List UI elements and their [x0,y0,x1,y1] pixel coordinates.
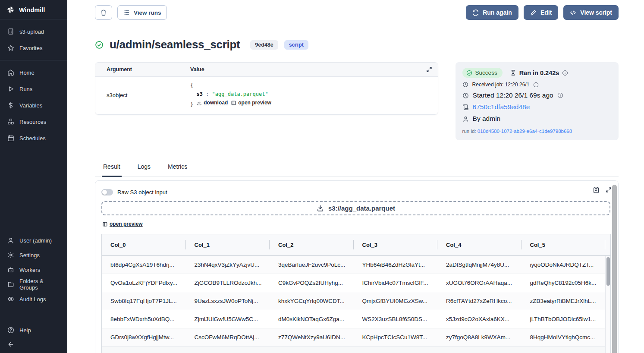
raw-s3-toggle-label: Raw S3 object input [117,189,167,195]
column-header[interactable]: Col_1 [186,242,270,248]
tab-result[interactable]: Result [102,163,122,177]
success-check-icon [95,41,104,49]
sidebar-item-label: Home [19,69,35,76]
collapse-sidebar-icon[interactable] [7,341,14,348]
sidebar-item-audit-logs[interactable]: Audit Logs [0,292,67,306]
table-cell: QmjxGfBYUI0MGzXSw... [354,298,438,304]
sidebar-item-user[interactable]: User (admin) [0,233,67,248]
sidebar-item-resources[interactable]: Resources [0,113,67,130]
run-id-link[interactable]: 018d4580-1072-ab29-e6a4-c1de9798b668 [478,129,572,134]
table-cell: xUGOt76ORGrAAHaqa... [437,280,521,286]
version-badge: 9ed48e [250,40,278,50]
windmill-logo-icon [6,6,15,14]
column-header[interactable]: Col_3 [354,242,438,248]
sidebar-item-workers[interactable]: Workers [0,262,67,277]
raw-s3-toggle[interactable] [101,189,113,195]
list-icon [123,9,130,16]
table-cell: YHb64iB46ZdHzGlaYt... [354,262,438,268]
table-cell: 8ebbFxWDxrh5uXdBQ... [102,316,186,322]
job-hash-link[interactable]: 6750c1dfa59ed48e [473,103,530,111]
sidebar-item-label: s3-upload [19,28,44,35]
table-cell: ZjGCOB9TLLROdzoJkh... [186,280,270,286]
author-text: By admin [473,115,501,123]
sidebar-item-label: Variables [19,102,42,109]
download-icon [317,205,324,212]
clipboard-copy-icon[interactable] [593,186,600,193]
tab-metrics[interactable]: Metrics [166,163,188,177]
open-preview-link[interactable]: open preview [102,221,143,227]
panel-scrollbar-thumb[interactable] [612,185,617,353]
table-cell: GDrs0j8wXXgfHgjjMtw... [102,334,186,340]
panel-scrollbar[interactable] [612,185,617,353]
column-header[interactable]: Col_2 [270,242,354,248]
sidebar-item-favorites[interactable]: Favorites [0,40,67,56]
column-header[interactable]: Col_5 [521,242,606,248]
value-column-header: Value [190,66,426,72]
json-colon: : [206,91,209,97]
table-cell: khxkYGCqYrlq00WCDT... [270,298,354,304]
app-logo[interactable]: Windmill [0,0,67,19]
sidebar-item-folders-groups[interactable]: Folders & Groups [0,277,67,292]
result-panel: Raw S3 object input s3://agg_data.parque… [95,180,619,353]
sidebar-item-label: Workers [19,267,40,273]
sidebar-item-s3-upload[interactable]: s3-upload [0,23,67,40]
help-circle-icon [7,327,14,334]
sidebar-item-label: Runs [19,86,32,92]
table-cell: WS2X3uzSBL8f6S0DS... [354,316,438,322]
argument-value: { s3 : "agg_data.parquet" }downloadopen … [190,82,438,109]
argument-name: s3object [95,82,190,109]
type-badge: script [284,40,308,50]
boxes-icon [7,118,14,125]
info-icon[interactable] [562,70,568,76]
maximize-icon[interactable] [605,186,612,193]
page-title: u/admin/seamless_script [110,38,240,51]
delete-button[interactable] [95,5,112,20]
table-cell: 9UazLsxzsJW0oPToNj... [186,298,270,304]
table-row: Swb8Iq17FqHjoT7P1JL... 9UazLsxzsJW0oPToN… [102,292,610,310]
sidebar-item-schedules[interactable]: Schedules [0,130,67,146]
pencil-icon [530,9,537,16]
table-row: 8ebbFxWDxrh5uXdBQ... ZjmlJUiGwfU5GWw5C..… [102,310,610,328]
sidebar-item-home[interactable]: Home [0,64,67,81]
expand-icon[interactable] [426,66,433,73]
download-link[interactable]: download [196,99,228,107]
view-runs-button[interactable]: View runs [117,5,167,20]
table-cell: iyqoODoNk4JRDQTZT... [521,262,606,268]
sidebar-item-settings[interactable]: Settings [0,248,67,262]
info-icon[interactable] [557,92,563,98]
table-cell: CscOFwM6MRqDOttAj... [186,334,270,340]
folder-icon [7,281,14,288]
table-cell: zy7fgoQ8A8Lk9WXAm... [437,334,521,340]
json-string-value: "agg_data.parquet" [212,91,268,97]
sidebar-item-help[interactable]: Help [0,323,67,337]
app-name: Windmill [19,6,45,13]
open-preview-link[interactable]: open preview [231,99,271,107]
table-cell: IChirVbid4c07TmscIGlF... [354,280,438,286]
download-icon [196,100,202,106]
tab-logs[interactable]: Logs [136,163,152,177]
hourglass-icon [510,69,516,76]
table-cell: x5Jzd9cO2oXAxla6KX... [437,316,521,322]
info-icon[interactable] [533,82,539,88]
s3-file-download[interactable]: s3://agg_data.parquet [101,201,610,215]
open-preview-label: open preview [238,99,271,107]
result-data-table: Col_0 Col_1 Col_2 Col_3 Col_4 Col_5 bt6d… [101,234,611,353]
table-scrollbar[interactable] [605,256,610,353]
sidebar-item-runs[interactable]: Runs [0,81,67,97]
scroll-icon [462,104,469,110]
column-header[interactable]: Col_4 [437,242,521,248]
column-header[interactable]: Col_0 [102,242,186,248]
open-preview-label: open preview [110,221,143,227]
panel-preview-icon [231,100,236,106]
s3-file-name: s3://agg_data.parquet [328,205,395,212]
sidebar-item-variables[interactable]: Variables [0,97,67,113]
run-again-button[interactable]: Run again [466,5,518,20]
status-label: Success [475,69,497,76]
arguments-table: Argument Value s3object { s3 : "agg_data… [95,62,438,115]
table-cell: KCpHpcTCIcSCu1W8T... [354,334,438,340]
clock-icon [462,92,469,99]
status-panel: Success Ran in 0.242s Received job: 12:2… [456,62,619,140]
table-scrollbar-thumb[interactable] [606,257,610,286]
view-script-button[interactable]: View script [563,5,619,20]
edit-button[interactable]: Edit [524,5,558,20]
